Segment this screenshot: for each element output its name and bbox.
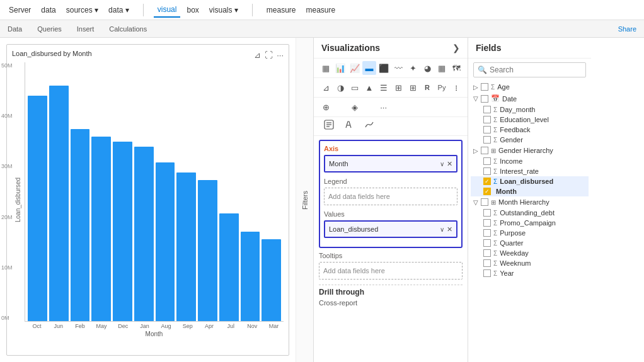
values-remove-btn[interactable]: ✕ xyxy=(447,225,452,234)
legend-field-box[interactable]: Add data fields here xyxy=(324,188,457,205)
menu-visuals[interactable]: visuals ▾ xyxy=(205,3,242,17)
menu-data[interactable]: data xyxy=(37,3,59,17)
values-chevron[interactable]: ∨ xyxy=(440,226,444,233)
field-interest-rate[interactable]: Σ Interest_rate xyxy=(471,166,589,176)
filters-panel[interactable]: Filters xyxy=(296,38,314,362)
age-checkbox[interactable] xyxy=(481,83,488,91)
bar-apr[interactable] xyxy=(198,180,217,321)
bar-sep[interactable] xyxy=(176,173,196,321)
field-education-level[interactable]: Σ Education_level xyxy=(471,115,589,125)
viz-icon-qna[interactable]: ⊕ xyxy=(319,100,333,114)
income-checkbox[interactable] xyxy=(483,157,491,165)
education-checkbox[interactable] xyxy=(483,116,491,123)
viz-icon-scatter[interactable]: ✦ xyxy=(406,61,420,75)
bar-dec[interactable] xyxy=(113,142,132,321)
field-year[interactable]: Σ Year xyxy=(471,268,589,278)
field-weeknum[interactable]: Σ Weeknum xyxy=(471,258,589,268)
weeknum-checkbox[interactable] xyxy=(483,259,491,267)
outstanding-checkbox[interactable] xyxy=(483,209,491,217)
gender-hier-checkbox[interactable] xyxy=(481,147,488,154)
viz-tab-fields[interactable] xyxy=(319,117,339,135)
viz-icon-ai[interactable]: ◈ xyxy=(348,100,362,114)
field-month[interactable]: ✓ Month xyxy=(471,186,589,196)
menu-server[interactable]: Server xyxy=(5,3,35,17)
viz-icon-matrix[interactable]: ⊞ xyxy=(406,81,420,94)
viz-icon-more[interactable]: ··· xyxy=(377,100,391,114)
field-quarter[interactable]: Σ Quarter xyxy=(471,238,589,248)
ribbon-insert[interactable]: Insert xyxy=(74,24,97,34)
ribbon-share[interactable]: Share xyxy=(616,24,639,34)
bar-jun[interactable] xyxy=(49,86,69,321)
gender-checkbox[interactable] xyxy=(483,136,491,144)
field-weekday[interactable]: Σ Weekday xyxy=(471,248,589,258)
field-feedback[interactable]: Σ Feedback xyxy=(471,125,589,135)
fields-group-date[interactable]: ▽ 📅 Date xyxy=(471,93,589,105)
bar-aug[interactable] xyxy=(156,162,175,321)
fields-group-age[interactable]: ▷ Σ Age xyxy=(471,81,589,93)
tooltips-field-box[interactable]: Add data fields here xyxy=(319,262,463,280)
focus-icon[interactable]: ⛶ xyxy=(265,50,273,60)
viz-icon-card[interactable]: ▭ xyxy=(348,81,362,94)
bar-jan[interactable] xyxy=(134,147,154,321)
year-checkbox[interactable] xyxy=(483,269,491,277)
viz-icon-stacked-bar[interactable]: ▦ xyxy=(319,61,333,75)
fields-search-input[interactable] xyxy=(490,65,584,74)
menu-box[interactable]: box xyxy=(183,3,202,17)
axis-field-box[interactable]: Month ∨ ✕ xyxy=(324,155,457,173)
values-field-box[interactable]: Loan_disbursed ∨ ✕ xyxy=(324,220,457,238)
field-loan-disbursed[interactable]: ✓ Σ Loan_disbursed xyxy=(471,176,589,186)
month-checkbox[interactable]: ✓ xyxy=(483,188,491,195)
viz-icon-ribbon[interactable]: 〰 xyxy=(391,61,405,75)
viz-icon-line[interactable]: 📈 xyxy=(348,61,362,75)
viz-icon-column[interactable]: ▬ xyxy=(362,61,376,75)
more-icon[interactable]: ··· xyxy=(277,50,284,60)
viz-icon-funnel[interactable]: ⊿ xyxy=(319,81,333,94)
menu-data2[interactable]: data ▾ xyxy=(105,3,133,17)
weekday-checkbox[interactable] xyxy=(483,249,491,257)
field-purpose[interactable]: Σ Purpose xyxy=(471,228,589,238)
viz-icon-treemap[interactable]: ▦ xyxy=(435,61,449,75)
fields-group-month-hierarchy[interactable]: ▽ ⊞ Month Hierarchy xyxy=(471,196,589,208)
purpose-checkbox[interactable] xyxy=(483,229,491,237)
ribbon-calculations[interactable]: Calculations xyxy=(106,24,149,34)
menu-measure2[interactable]: measure xyxy=(302,3,340,17)
quarter-checkbox[interactable] xyxy=(483,239,491,247)
bar-feb[interactable] xyxy=(71,129,90,321)
field-outstanding-debt[interactable]: Σ Outstanding_debt xyxy=(471,208,589,218)
ribbon-data[interactable]: Data xyxy=(5,24,25,34)
field-gender[interactable]: Σ Gender xyxy=(471,135,589,145)
date-checkbox[interactable] xyxy=(481,95,488,103)
viz-chevron-right[interactable]: ❯ xyxy=(452,43,460,53)
month-hier-checkbox[interactable] xyxy=(481,198,488,206)
viz-icon-bar[interactable]: 📊 xyxy=(333,61,347,75)
fields-group-gender-hierarchy[interactable]: ▷ ⊞ Gender Hierarchy xyxy=(471,145,589,156)
viz-icon-map[interactable]: 🗺 xyxy=(449,61,463,75)
viz-icon-gauge[interactable]: ◑ xyxy=(333,81,347,94)
fields-search-box[interactable]: 🔍 xyxy=(473,62,586,77)
menu-visual[interactable]: visual xyxy=(154,3,181,18)
day-month-checkbox[interactable] xyxy=(483,106,491,113)
bar-nov[interactable] xyxy=(241,232,260,321)
axis-chevron[interactable]: ∨ xyxy=(440,161,444,167)
viz-tab-analytics[interactable] xyxy=(359,117,379,135)
viz-icon-pie[interactable]: ◕ xyxy=(420,61,434,75)
viz-icon-py[interactable]: Py xyxy=(435,81,449,94)
filter-icon[interactable]: ⊿ xyxy=(254,50,261,60)
field-promo-campaign[interactable]: Σ Promo_Campaign xyxy=(471,218,589,228)
viz-icon-area[interactable]: ⬛ xyxy=(377,61,391,75)
loan-checkbox[interactable]: ✓ xyxy=(483,178,491,185)
bar-oct[interactable] xyxy=(28,96,47,321)
viz-tab-format[interactable] xyxy=(339,117,359,135)
bar-jul[interactable] xyxy=(219,213,239,321)
feedback-checkbox[interactable] xyxy=(483,126,491,133)
menu-sources[interactable]: sources ▾ xyxy=(62,3,102,17)
viz-icon-r[interactable]: R xyxy=(420,81,434,94)
viz-icon-table[interactable]: ⊞ xyxy=(391,81,405,94)
viz-icon-decomp[interactable]: ⫶ xyxy=(449,81,463,94)
field-day-month[interactable]: Σ Day_month xyxy=(471,105,589,115)
bar-mar[interactable] xyxy=(262,239,281,321)
viz-icon-kpi[interactable]: ▲ xyxy=(362,81,376,94)
field-income[interactable]: Σ Income xyxy=(471,156,589,166)
bar-may[interactable] xyxy=(91,137,111,321)
axis-remove-btn[interactable]: ✕ xyxy=(447,160,452,168)
